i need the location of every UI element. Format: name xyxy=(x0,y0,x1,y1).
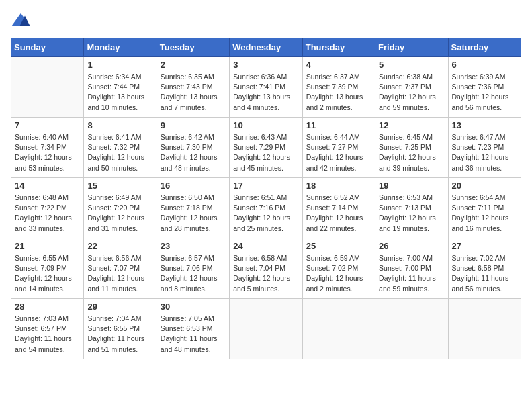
day-info: Sunrise: 6:48 AM Sunset: 7:22 PM Dayligh… xyxy=(15,193,80,234)
day-info: Sunrise: 7:03 AM Sunset: 6:57 PM Dayligh… xyxy=(15,314,80,355)
day-info: Sunrise: 7:02 AM Sunset: 6:58 PM Dayligh… xyxy=(452,253,517,294)
weekday-header-row: SundayMondayTuesdayWednesdayThursdayFrid… xyxy=(11,38,521,57)
weekday-saturday: Saturday xyxy=(448,38,521,57)
day-number: 2 xyxy=(161,60,226,70)
calendar-cell xyxy=(375,299,448,359)
day-number: 20 xyxy=(452,181,517,191)
day-number: 8 xyxy=(87,120,152,130)
week-row-3: 14Sunrise: 6:48 AM Sunset: 7:22 PM Dayli… xyxy=(11,178,521,238)
calendar-cell: 30Sunrise: 7:05 AM Sunset: 6:53 PM Dayli… xyxy=(157,299,229,359)
day-number: 24 xyxy=(233,241,298,251)
calendar-cell: 21Sunrise: 6:55 AM Sunset: 7:09 PM Dayli… xyxy=(11,238,84,299)
day-info: Sunrise: 6:56 AM Sunset: 7:07 PM Dayligh… xyxy=(87,253,152,294)
calendar-cell: 14Sunrise: 6:48 AM Sunset: 7:22 PM Dayli… xyxy=(11,178,84,238)
day-info: Sunrise: 6:40 AM Sunset: 7:34 PM Dayligh… xyxy=(15,132,80,173)
calendar-cell: 6Sunrise: 6:39 AM Sunset: 7:36 PM Daylig… xyxy=(448,57,521,118)
weekday-thursday: Thursday xyxy=(302,38,375,57)
day-info: Sunrise: 6:58 AM Sunset: 7:04 PM Dayligh… xyxy=(233,253,298,294)
calendar-cell: 27Sunrise: 7:02 AM Sunset: 6:58 PM Dayli… xyxy=(448,238,521,299)
weekday-wednesday: Wednesday xyxy=(230,38,302,57)
calendar-cell: 22Sunrise: 6:56 AM Sunset: 7:07 PM Dayli… xyxy=(84,238,157,299)
day-info: Sunrise: 7:05 AM Sunset: 6:53 PM Dayligh… xyxy=(161,314,226,355)
calendar-cell xyxy=(11,57,84,118)
calendar-cell: 5Sunrise: 6:38 AM Sunset: 7:37 PM Daylig… xyxy=(375,57,448,118)
weekday-tuesday: Tuesday xyxy=(157,38,229,57)
calendar-cell: 26Sunrise: 7:00 AM Sunset: 7:00 PM Dayli… xyxy=(375,238,448,299)
day-info: Sunrise: 6:47 AM Sunset: 7:23 PM Dayligh… xyxy=(452,132,517,173)
day-info: Sunrise: 6:54 AM Sunset: 7:11 PM Dayligh… xyxy=(452,193,517,234)
week-row-4: 21Sunrise: 6:55 AM Sunset: 7:09 PM Dayli… xyxy=(11,238,521,299)
day-number: 28 xyxy=(15,302,80,312)
day-info: Sunrise: 6:43 AM Sunset: 7:29 PM Dayligh… xyxy=(233,132,298,173)
day-number: 17 xyxy=(233,181,298,191)
day-number: 25 xyxy=(306,241,371,251)
day-number: 14 xyxy=(15,181,80,191)
calendar-cell: 13Sunrise: 6:47 AM Sunset: 7:23 PM Dayli… xyxy=(448,118,521,178)
day-number: 1 xyxy=(87,60,152,70)
week-row-1: 1Sunrise: 6:34 AM Sunset: 7:44 PM Daylig… xyxy=(11,57,521,118)
day-number: 15 xyxy=(87,181,152,191)
calendar-cell: 10Sunrise: 6:43 AM Sunset: 7:29 PM Dayli… xyxy=(230,118,302,178)
calendar-cell: 24Sunrise: 6:58 AM Sunset: 7:04 PM Dayli… xyxy=(230,238,302,299)
day-info: Sunrise: 6:49 AM Sunset: 7:20 PM Dayligh… xyxy=(87,193,152,234)
calendar-cell: 28Sunrise: 7:03 AM Sunset: 6:57 PM Dayli… xyxy=(11,299,84,359)
weekday-sunday: Sunday xyxy=(11,38,84,57)
day-number: 16 xyxy=(161,181,226,191)
day-info: Sunrise: 6:35 AM Sunset: 7:43 PM Dayligh… xyxy=(161,72,226,113)
day-number: 30 xyxy=(161,302,226,312)
calendar-cell xyxy=(448,299,521,359)
day-number: 13 xyxy=(452,120,517,130)
calendar-cell: 11Sunrise: 6:44 AM Sunset: 7:27 PM Dayli… xyxy=(302,118,375,178)
day-number: 4 xyxy=(306,60,371,70)
day-info: Sunrise: 6:44 AM Sunset: 7:27 PM Dayligh… xyxy=(306,132,371,173)
calendar-cell: 25Sunrise: 6:59 AM Sunset: 7:02 PM Dayli… xyxy=(302,238,375,299)
day-number: 18 xyxy=(306,181,371,191)
day-info: Sunrise: 6:52 AM Sunset: 7:14 PM Dayligh… xyxy=(306,193,371,234)
day-info: Sunrise: 6:45 AM Sunset: 7:25 PM Dayligh… xyxy=(379,132,444,173)
calendar-cell: 2Sunrise: 6:35 AM Sunset: 7:43 PM Daylig… xyxy=(157,57,229,118)
day-info: Sunrise: 6:51 AM Sunset: 7:16 PM Dayligh… xyxy=(233,193,298,234)
logo-icon xyxy=(11,11,31,31)
day-info: Sunrise: 6:34 AM Sunset: 7:44 PM Dayligh… xyxy=(87,72,152,113)
page-header xyxy=(11,11,521,31)
day-number: 27 xyxy=(452,241,517,251)
day-info: Sunrise: 6:53 AM Sunset: 7:13 PM Dayligh… xyxy=(379,193,444,234)
calendar-header: SundayMondayTuesdayWednesdayThursdayFrid… xyxy=(11,38,521,57)
calendar-cell: 12Sunrise: 6:45 AM Sunset: 7:25 PM Dayli… xyxy=(375,118,448,178)
day-info: Sunrise: 6:39 AM Sunset: 7:36 PM Dayligh… xyxy=(452,72,517,113)
calendar-cell: 23Sunrise: 6:57 AM Sunset: 7:06 PM Dayli… xyxy=(157,238,229,299)
day-info: Sunrise: 6:55 AM Sunset: 7:09 PM Dayligh… xyxy=(15,253,80,294)
day-info: Sunrise: 7:04 AM Sunset: 6:55 PM Dayligh… xyxy=(87,314,152,355)
calendar-cell: 20Sunrise: 6:54 AM Sunset: 7:11 PM Dayli… xyxy=(448,178,521,238)
weekday-friday: Friday xyxy=(375,38,448,57)
day-number: 7 xyxy=(15,120,80,130)
calendar-cell: 15Sunrise: 6:49 AM Sunset: 7:20 PM Dayli… xyxy=(84,178,157,238)
day-number: 11 xyxy=(306,120,371,130)
day-number: 23 xyxy=(161,241,226,251)
calendar-cell: 8Sunrise: 6:41 AM Sunset: 7:32 PM Daylig… xyxy=(84,118,157,178)
day-number: 10 xyxy=(233,120,298,130)
calendar-cell: 9Sunrise: 6:42 AM Sunset: 7:30 PM Daylig… xyxy=(157,118,229,178)
calendar-cell xyxy=(230,299,302,359)
day-number: 9 xyxy=(161,120,226,130)
calendar-body: 1Sunrise: 6:34 AM Sunset: 7:44 PM Daylig… xyxy=(11,57,521,359)
day-number: 22 xyxy=(87,241,152,251)
day-number: 6 xyxy=(452,60,517,70)
day-number: 21 xyxy=(15,241,80,251)
day-info: Sunrise: 6:41 AM Sunset: 7:32 PM Dayligh… xyxy=(87,132,152,173)
week-row-2: 7Sunrise: 6:40 AM Sunset: 7:34 PM Daylig… xyxy=(11,118,521,178)
calendar-cell xyxy=(302,299,375,359)
week-row-5: 28Sunrise: 7:03 AM Sunset: 6:57 PM Dayli… xyxy=(11,299,521,359)
day-number: 3 xyxy=(233,60,298,70)
calendar-cell: 7Sunrise: 6:40 AM Sunset: 7:34 PM Daylig… xyxy=(11,118,84,178)
calendar-table: SundayMondayTuesdayWednesdayThursdayFrid… xyxy=(11,38,521,359)
day-info: Sunrise: 7:00 AM Sunset: 7:00 PM Dayligh… xyxy=(379,253,444,294)
day-number: 29 xyxy=(87,302,152,312)
calendar-cell: 16Sunrise: 6:50 AM Sunset: 7:18 PM Dayli… xyxy=(157,178,229,238)
calendar-cell: 3Sunrise: 6:36 AM Sunset: 7:41 PM Daylig… xyxy=(230,57,302,118)
calendar-cell: 29Sunrise: 7:04 AM Sunset: 6:55 PM Dayli… xyxy=(84,299,157,359)
day-number: 19 xyxy=(379,181,444,191)
logo xyxy=(11,11,34,31)
day-info: Sunrise: 6:38 AM Sunset: 7:37 PM Dayligh… xyxy=(379,72,444,113)
calendar-cell: 1Sunrise: 6:34 AM Sunset: 7:44 PM Daylig… xyxy=(84,57,157,118)
